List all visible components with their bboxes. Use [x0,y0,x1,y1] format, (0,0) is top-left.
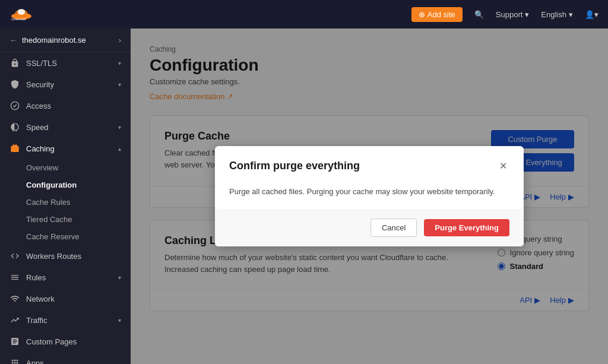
chevron-down-icon: ▾ [118,60,121,67]
cancel-button[interactable]: Cancel [370,219,417,237]
modal-body-text: Purge all cached files. Purging your cac… [215,181,524,210]
chevron-down-icon: ▾ [525,10,529,19]
chevron-down-icon: ▾ [118,81,121,88]
back-arrow-icon: ← [10,36,17,45]
sidebar-item-security[interactable]: Security ▾ [0,74,131,95]
sidebar: ← thedomainrobot.se › SSL/TLS ▾ Security… [0,29,131,364]
search-icon[interactable]: 🔍 [474,10,484,19]
rules-icon [10,272,20,283]
user-menu[interactable]: 👤▾ [585,10,598,19]
sidebar-item-workers-routes[interactable]: Workers Routes [0,245,131,267]
svg-text:CLOUDFLARE: CLOUDFLARE [11,18,26,21]
sidebar-item-custom-pages[interactable]: Custom Pages [0,331,131,352]
sidebar-item-ssl-tls[interactable]: SSL/TLS ▾ [0,52,131,74]
workers-icon [10,251,20,261]
access-icon [10,100,20,111]
modal-overlay: Confirm purge everything ✕ Purge all cac… [131,29,608,364]
sidebar-item-configuration[interactable]: Configuration [26,176,131,194]
modal-footer: Cancel Purge Everything ⬅ [215,209,524,246]
chevron-down-icon: ▾ [569,10,573,19]
top-navigation: CLOUDFLARE ⊕ Add site 🔍 Support ▾ Englis… [0,0,608,29]
sidebar-item-traffic[interactable]: Traffic ▾ [0,309,131,331]
shield-icon [10,79,20,90]
speed-icon [10,122,20,132]
add-site-button[interactable]: ⊕ Add site [411,7,463,22]
caching-submenu: Overview Configuration Cache Rules Tiere… [0,159,131,245]
language-menu[interactable]: English ▾ [541,10,573,19]
support-menu[interactable]: Support ▾ [496,10,530,19]
sidebar-item-apps[interactable]: Apps [0,352,131,364]
network-icon [10,293,20,304]
sidebar-item-caching[interactable]: Caching ▴ [0,138,131,159]
pages-icon [10,336,20,347]
apps-icon [10,357,20,364]
confirm-purge-modal: Confirm purge everything ✕ Purge all cac… [215,146,524,247]
sidebar-item-speed[interactable]: Speed ▾ [0,116,131,138]
svg-point-2 [18,9,26,15]
sidebar-item-access[interactable]: Access [0,95,131,116]
chevron-down-icon: ▾ [118,274,121,281]
lock-icon [10,58,20,68]
svg-point-4 [11,102,18,109]
confirm-purge-everything-button[interactable]: Purge Everything [424,219,509,236]
sidebar-item-overview[interactable]: Overview [26,159,131,176]
sidebar-domain-item[interactable]: ← thedomainrobot.se › [0,29,131,52]
sidebar-item-tiered-cache[interactable]: Tiered Cache [26,211,131,228]
chevron-down-icon: ▾ [118,124,121,131]
sidebar-item-cache-rules[interactable]: Cache Rules [26,194,131,211]
chevron-up-icon: ▴ [118,145,121,152]
sidebar-item-network[interactable]: Network [0,288,131,309]
sidebar-item-rules[interactable]: Rules ▾ [0,267,131,288]
sidebar-item-cache-reserve[interactable]: Cache Reserve [26,228,131,245]
chevron-down-icon: ▾ [118,317,121,324]
modal-title: Confirm purge everything [229,160,360,172]
logo[interactable]: CLOUDFLARE [10,6,33,23]
modal-close-button[interactable]: ✕ [497,158,509,174]
forward-arrow-icon: › [119,36,121,45]
traffic-icon [10,315,20,325]
caching-icon [10,143,20,154]
main-content: Caching Configuration Customize cache se… [131,29,608,364]
